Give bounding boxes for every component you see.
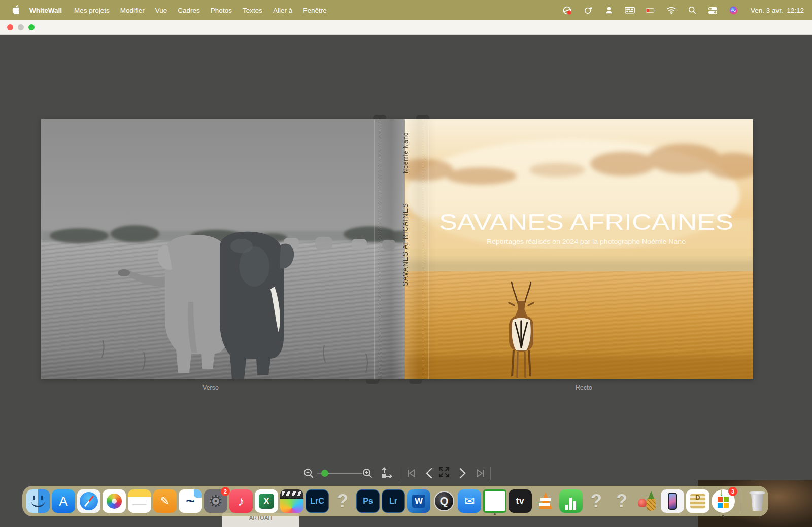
view-toolbar xyxy=(0,464,812,484)
battery-low-icon[interactable] xyxy=(646,5,656,15)
zoom-slider-knob[interactable] xyxy=(321,470,328,477)
zoom-in-button[interactable] xyxy=(362,468,373,478)
dock-item-notes[interactable] xyxy=(128,489,151,513)
window-title-bar[interactable] xyxy=(0,20,812,35)
next-page-button[interactable] xyxy=(457,467,468,479)
notification-badge: 2 xyxy=(221,487,230,496)
verso-label: Verso xyxy=(202,384,219,391)
minimize-button[interactable] xyxy=(18,24,24,30)
book-cover-spread[interactable]: SAVANES AFRICAINES Reportages réalisés e… xyxy=(41,119,753,379)
dock-item-finder[interactable] xyxy=(26,489,50,513)
spotlight-search-icon[interactable] xyxy=(687,5,697,15)
dock-divider xyxy=(740,489,740,513)
pages-icon: ✎ xyxy=(160,495,170,508)
verso-page-photo[interactable] xyxy=(41,119,405,379)
circle-swirl-badge-icon[interactable] xyxy=(562,5,572,15)
trash-icon xyxy=(750,491,765,511)
settings-icon: ⚙ xyxy=(209,491,223,511)
cover-subtitle[interactable]: Reportages réalisés en 2024 par la photo… xyxy=(487,238,686,245)
cover-title[interactable]: SAVANES AFRICAINES xyxy=(439,209,733,234)
first-page-button[interactable] xyxy=(406,468,417,479)
dock-item-quicktime[interactable]: Q xyxy=(432,489,456,513)
spine-guide-handle-top-left[interactable] xyxy=(373,115,386,119)
recto-page-photo[interactable]: SAVANES AFRICAINES Reportages réalisés e… xyxy=(405,119,753,379)
music-icon: ♪ xyxy=(238,494,245,509)
pineapple-icon xyxy=(638,499,647,507)
toolbar-divider xyxy=(490,467,491,480)
menu-list: Mes projetsModifierVueCadresPhotosTextes… xyxy=(74,7,337,14)
menu-item-4[interactable]: Photos xyxy=(211,7,232,14)
ring-icon[interactable] xyxy=(583,5,593,15)
previous-page-button[interactable] xyxy=(424,467,435,479)
dock-item-pages[interactable]: ✎ xyxy=(153,489,177,513)
last-page-button[interactable] xyxy=(475,468,486,479)
dock-item-missing1[interactable]: ? xyxy=(331,489,354,513)
toolbar-divider xyxy=(399,467,399,480)
dock-item-word[interactable]: W xyxy=(407,489,430,513)
iphone-icon xyxy=(668,493,677,510)
dock-item-finalcut[interactable] xyxy=(280,489,303,513)
running-indicator xyxy=(722,515,724,517)
dock-item-excel[interactable]: X xyxy=(255,489,278,513)
user-icon[interactable] xyxy=(604,5,614,15)
word-icon: W xyxy=(412,495,425,508)
dock-item-appstore[interactable]: A xyxy=(52,489,75,513)
apple-menu-icon[interactable] xyxy=(11,5,20,15)
dock-item-missing3[interactable]: ? xyxy=(610,489,633,513)
dock-item-barchart[interactable] xyxy=(559,489,583,513)
dock-item-photoshop[interactable]: Ps xyxy=(356,489,380,513)
zoom-button[interactable] xyxy=(28,24,35,30)
fold-line-right xyxy=(428,119,429,379)
menu-item-7[interactable]: Fenêtre xyxy=(303,7,327,14)
dock-item-vlc[interactable] xyxy=(534,489,557,513)
menu-bar-clock[interactable]: Ven. 3 avr. 12:12 xyxy=(751,7,804,14)
active-app-name[interactable]: WhiteWall xyxy=(29,7,62,14)
dock-item-msupdate[interactable]: 3 xyxy=(712,489,735,513)
dock-item-trash[interactable] xyxy=(746,489,769,513)
dock-item-iphone[interactable] xyxy=(661,489,684,513)
menu-item-0[interactable]: Mes projets xyxy=(74,7,110,14)
spine-title-text[interactable]: SAVANES AFRICAINES xyxy=(401,202,410,286)
dock-item-whitewall[interactable] xyxy=(483,489,506,513)
dock-item-daisydisk[interactable]: D xyxy=(686,489,709,513)
dock-item-safari[interactable] xyxy=(77,489,100,513)
daisydisk-icon: D xyxy=(690,494,705,509)
spine-guide-handle-top-right[interactable] xyxy=(416,115,429,119)
fit-page-button[interactable] xyxy=(380,467,393,480)
excel-icon: X xyxy=(259,494,274,509)
siri-icon[interactable] xyxy=(729,5,739,15)
menu-item-6[interactable]: Aller à xyxy=(273,7,292,14)
menu-item-3[interactable]: Cadres xyxy=(178,7,200,14)
menu-item-5[interactable]: Textes xyxy=(243,7,262,14)
dock-item-lrc[interactable]: LrC xyxy=(306,489,329,513)
dock-item-mail[interactable]: ✉ xyxy=(458,489,481,513)
menu-item-1[interactable]: Modifier xyxy=(120,7,145,14)
dock-item-appletv[interactable]: tv xyxy=(509,489,532,513)
wifi-icon[interactable] xyxy=(666,5,676,15)
dock-item-pineapple[interactable] xyxy=(635,489,659,513)
notification-badge: 3 xyxy=(728,487,737,496)
fullscreen-button[interactable] xyxy=(437,466,451,479)
dock-item-freeform[interactable]: ~ xyxy=(179,489,202,513)
zoom-out-button[interactable] xyxy=(303,468,314,478)
menu-item-2[interactable]: Vue xyxy=(155,7,167,14)
missing2-icon: ? xyxy=(591,490,602,512)
dock-item-lightroom[interactable]: Lr xyxy=(382,489,405,513)
close-button[interactable] xyxy=(7,24,13,30)
appletv-icon: tv xyxy=(516,496,524,506)
freeform-icon: ~ xyxy=(186,493,195,510)
control-center-icon[interactable] xyxy=(708,5,718,15)
recto-label: Recto xyxy=(576,384,592,391)
spine-guide-handle-bottom-left[interactable] xyxy=(366,379,379,384)
spine-author-text[interactable]: Noémie Nano xyxy=(402,133,410,173)
dock-item-settings[interactable]: ⚙2 xyxy=(204,489,227,513)
photoshop-icon: Ps xyxy=(363,497,373,506)
missing1-icon: ? xyxy=(337,490,348,512)
spine-guide-handle-bottom-right[interactable] xyxy=(409,379,422,384)
dock-item-photos[interactable] xyxy=(103,489,126,513)
spine-guide-right xyxy=(423,119,423,379)
keyboard-icon[interactable] xyxy=(625,5,635,15)
dock-item-missing2[interactable]: ? xyxy=(585,489,608,513)
spine-guide-left xyxy=(380,119,380,379)
dock-item-music[interactable]: ♪ xyxy=(229,489,253,513)
